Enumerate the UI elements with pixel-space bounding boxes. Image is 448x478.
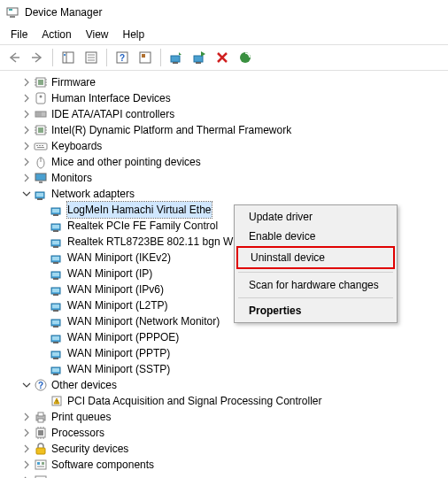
tree-category[interactable]: IDE ATA/ATAPI controllers [5,106,448,122]
tree-category[interactable] [5,473,448,478]
tree-category[interactable]: Processors [5,425,448,441]
svg-rect-45 [37,147,44,148]
tree-category[interactable]: ?Other devices [5,377,448,393]
category-label: Mice and other pointing devices [51,154,201,170]
tree-category[interactable]: Print queues [5,409,448,425]
toolbar-separator [160,49,161,66]
expand-icon[interactable] [21,443,32,454]
security-icon [34,442,48,456]
svg-rect-20 [38,80,43,85]
expand-icon[interactable] [21,459,32,470]
svg-rect-102 [35,460,46,469]
ctx-enable-device[interactable]: Enable device [236,227,395,246]
svg-rect-63 [53,262,58,264]
svg-rect-105 [37,466,44,467]
ctx-update-driver[interactable]: Update driver [236,207,395,227]
menu-help[interactable]: Help [116,27,152,42]
update-driver-button[interactable] [166,47,187,68]
tree-category[interactable]: Network adapters [5,186,448,202]
back-button[interactable] [4,47,25,68]
svg-rect-5 [64,54,66,56]
tree-device[interactable]: WAN Miniport (PPTP) [5,345,448,361]
network-icon [50,346,64,360]
expand-icon[interactable] [21,93,32,104]
expand-icon[interactable] [21,157,32,167]
expand-icon[interactable] [21,109,32,120]
ctx-properties[interactable]: Properties [236,301,395,320]
ide-icon [34,107,48,121]
ctx-separator [238,272,393,273]
show-hide-tree-button[interactable] [58,47,79,68]
menu-file[interactable]: File [4,27,35,42]
tree-category[interactable]: Firmware [5,74,448,90]
svg-rect-54 [53,214,58,216]
app-icon [5,5,19,19]
properties-button[interactable] [81,47,102,68]
expand-icon[interactable] [21,173,32,183]
hid-icon [34,91,48,105]
expand-icon[interactable] [21,141,32,151]
printer-icon [34,410,48,424]
device-label: WAN Miniport (SSTP) [67,361,170,377]
tree-category[interactable]: Intel(R) Dynamic Platform and Thermal Fr… [5,122,448,138]
device-label: WAN Miniport (IKEv2) [67,250,171,266]
uninstall-device-button[interactable] [212,47,233,68]
help-button[interactable]: ? [112,47,133,68]
svg-rect-15 [173,62,178,64]
tree-device[interactable]: WAN Miniport (PPPOE) [5,329,448,345]
ctx-scan-hardware[interactable]: Scan for hardware changes [236,275,395,295]
scan-hardware-button[interactable] [235,47,256,68]
cpu-icon [34,426,48,440]
svg-rect-44 [42,145,43,146]
svg-rect-55 [52,209,59,212]
warn-icon: ! [50,394,64,408]
svg-rect-41 [35,143,47,150]
tree-category[interactable]: Security devices [5,441,448,457]
menu-action[interactable]: Action [35,27,78,42]
keyboard-icon [34,139,48,153]
svg-rect-75 [53,326,58,328]
other-icon: ? [34,378,48,392]
chip-icon [34,75,48,89]
expand-icon[interactable] [21,428,32,438]
network-icon [50,282,64,297]
menu-view[interactable]: View [79,27,116,42]
svg-rect-58 [52,225,59,228]
ctx-uninstall-device[interactable]: Uninstall device [236,246,395,269]
tree-category[interactable]: Monitors [5,170,448,186]
expand-icon[interactable] [21,412,32,422]
category-label: Other devices [51,377,117,393]
tree-category[interactable]: Human Interface Devices [5,90,448,106]
category-label: IDE ATA/ATAPI controllers [51,106,174,122]
svg-rect-51 [37,198,42,200]
tree-device[interactable]: !PCI Data Acquisition and Signal Process… [5,393,448,409]
collapse-icon[interactable] [21,380,32,390]
svg-rect-101 [36,448,45,454]
tree-device[interactable]: WAN Miniport (SSTP) [5,361,448,377]
ctx-separator [238,297,393,298]
tree-category[interactable]: Keyboards [5,138,448,154]
forward-button[interactable] [27,47,48,68]
network-icon [50,266,64,281]
svg-rect-82 [52,352,59,356]
svg-rect-104 [42,462,44,465]
expand-icon[interactable] [21,125,32,135]
svg-rect-67 [52,273,59,276]
category-label: Print queues [51,409,111,425]
chip-icon [34,123,48,137]
enable-device-button[interactable] [189,47,210,68]
svg-rect-14 [171,56,180,62]
expand-icon[interactable] [21,77,32,88]
software-icon [34,458,48,472]
svg-rect-43 [39,145,41,146]
svg-rect-48 [35,173,46,181]
tree-category[interactable]: Mice and other pointing devices [5,154,448,170]
collapse-icon[interactable] [21,189,32,199]
tree-category[interactable]: Software components [5,457,448,473]
svg-rect-2 [9,9,12,11]
context-menu: Update driver Enable device Uninstall de… [234,204,398,323]
device-label: LogMeIn Hamachi Virtual Ethe [67,202,212,218]
action-button[interactable] [135,47,156,68]
svg-rect-79 [52,336,59,340]
category-label: Intel(R) Dynamic Platform and Thermal Fr… [51,122,291,138]
